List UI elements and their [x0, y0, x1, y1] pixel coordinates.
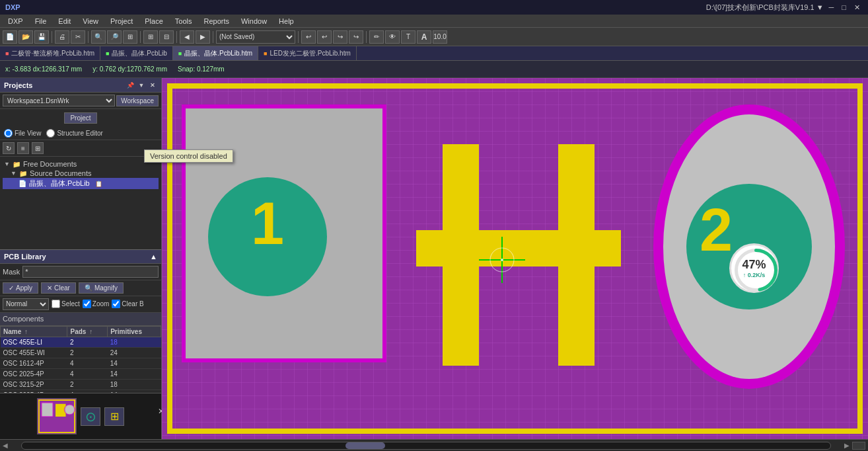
- toolbar-cut[interactable]: ✂: [71, 30, 85, 44]
- tree-pcblib-file[interactable]: 📄 晶振、晶体.PcbLib 📋: [3, 178, 159, 189]
- project-button[interactable]: Project: [64, 112, 96, 124]
- progress-percent: 47%: [742, 258, 766, 272]
- toolbar-grid[interactable]: ⊞: [143, 30, 158, 44]
- col-pads[interactable]: Pads ↑: [67, 326, 108, 337]
- clear-button[interactable]: ✕ Clear: [41, 282, 76, 294]
- titlebar: DXP D:\[07]技术创新\PCB封装库V19.1 ▼ ─ □ ✕: [0, 0, 868, 15]
- canvas-area[interactable]: 1 2: [162, 78, 868, 439]
- view-icon-2[interactable]: ⊞: [104, 407, 124, 426]
- toolbar-arrow-left[interactable]: ◀: [180, 30, 194, 44]
- menu-project[interactable]: Project: [105, 16, 138, 26]
- toolbar-pencil[interactable]: ✏: [369, 30, 384, 44]
- titlebar-path: D:\[07]技术创新\PCB封装库V19.1 ▼ ─ □ ✕: [706, 3, 863, 13]
- scroll-left-btn[interactable]: ◀: [3, 442, 8, 449]
- app-logo: DXP: [5, 3, 20, 11]
- toolbar-print[interactable]: 🖨: [55, 30, 69, 44]
- zoom-checkbox[interactable]: [83, 300, 91, 308]
- structure-editor-radio[interactable]: Structure Editor: [46, 129, 102, 138]
- toolbar-undo2[interactable]: ↩: [317, 30, 332, 44]
- toolbar-text[interactable]: T: [401, 30, 416, 44]
- tab-3[interactable]: ■ LED发光二极管.PcbLib.htm: [258, 46, 357, 60]
- tab-0[interactable]: ■ 二极管·整流桥堆.PcbLib.htm: [0, 46, 100, 60]
- pcblib-expand-btn[interactable]: ▲: [150, 253, 157, 261]
- toolbar-grid2[interactable]: ⊟: [159, 30, 174, 44]
- progress-speed: ↑ 0.2K/s: [743, 272, 766, 278]
- version-control-tooltip: Version control disabled: [144, 149, 162, 163]
- table-row[interactable]: OSC 455E-WI 2 24: [1, 347, 161, 358]
- toolbar-doc-select[interactable]: (Not Saved): [216, 30, 295, 44]
- menu-dxp[interactable]: DXP: [3, 16, 28, 26]
- components-table-wrap[interactable]: Name ↑ Pads ↑ Primitives OSC 455E-LI 2 1…: [0, 326, 161, 393]
- col-name[interactable]: Name ↑: [1, 326, 67, 337]
- toolbar-num[interactable]: 10.0: [433, 30, 447, 44]
- menu-file[interactable]: File: [30, 16, 52, 26]
- toolbar-eye[interactable]: 👁: [385, 30, 400, 44]
- scroll-right-btn[interactable]: ▶: [844, 442, 850, 449]
- main-area: Projects 📌 ▼ ✕ Workspace1.DsnWrk Workspa…: [0, 78, 868, 439]
- tree-free-docs[interactable]: ▼ 📁 Free Documents: [3, 159, 159, 169]
- menu-help[interactable]: Help: [273, 16, 299, 26]
- table-row[interactable]: OSC 2025-4P 4 14: [1, 368, 161, 379]
- clearb-checkbox[interactable]: [112, 300, 120, 308]
- workspace-button[interactable]: Workspace: [116, 95, 159, 106]
- menu-place[interactable]: Place: [139, 16, 168, 26]
- menu-edit[interactable]: Edit: [53, 16, 76, 26]
- apply-button[interactable]: ✓ Apply: [3, 282, 38, 294]
- table-row[interactable]: OSC 1612-4P 4 14: [1, 358, 161, 368]
- menu-view[interactable]: View: [77, 16, 104, 26]
- toolbar-zoom-out[interactable]: 🔎: [107, 30, 122, 44]
- toolbar-undo[interactable]: ↩: [301, 30, 316, 44]
- toolbar-sep4: [176, 31, 177, 43]
- tree-source-docs[interactable]: ▼ 📁 Source Documents: [3, 169, 159, 178]
- toolbar-redo2[interactable]: ↪: [349, 30, 363, 44]
- toolbar-redo[interactable]: ↪: [333, 30, 347, 44]
- table-row[interactable]: OSC 3215-2P 2 18: [1, 379, 161, 390]
- toolbar-font[interactable]: A: [417, 30, 431, 44]
- pcblib-buttons: ✓ Apply ✕ Clear 🔍 Magnify: [0, 280, 161, 296]
- close-btn[interactable]: ✕: [851, 3, 863, 12]
- tree-view-btn[interactable]: ≡: [17, 142, 29, 154]
- clearb-checkbox-label[interactable]: Clear B: [112, 300, 143, 308]
- panel-close-btn[interactable]: ✕: [157, 407, 162, 416]
- apply-icon: ✓: [9, 284, 14, 292]
- mask-label: Mask: [3, 268, 20, 276]
- component-3[interactable]: 2 47% ↑ 0.2K/s: [650, 98, 855, 409]
- menu-window[interactable]: Window: [236, 16, 272, 26]
- table-row[interactable]: OSC 455E-LI 2 18: [1, 337, 161, 347]
- toolbar-sep3: [140, 31, 141, 43]
- col-primitives[interactable]: Primitives: [108, 326, 161, 337]
- horizontal-scrollbar[interactable]: [21, 442, 831, 450]
- menu-tools[interactable]: Tools: [170, 16, 198, 26]
- minimap[interactable]: [37, 398, 77, 434]
- select-checkbox[interactable]: [52, 300, 60, 308]
- mask-input[interactable]: [22, 266, 159, 278]
- workspace-select[interactable]: Workspace1.DsnWrk: [3, 95, 115, 106]
- toolbar-new[interactable]: 📄: [3, 30, 17, 44]
- toolbar-open[interactable]: 📂: [18, 30, 33, 44]
- tree-refresh-btn[interactable]: ↻: [3, 142, 15, 154]
- scroll-thumb[interactable]: [345, 442, 385, 449]
- toolbar-save[interactable]: 💾: [34, 30, 49, 44]
- magnify-button[interactable]: 🔍 Magnify: [79, 282, 124, 294]
- component-2[interactable]: [416, 144, 621, 369]
- toolbar-arrow-right[interactable]: ▶: [196, 30, 210, 44]
- zoom-checkbox-label[interactable]: Zoom: [83, 300, 110, 308]
- toolbar-fit[interactable]: ⊞: [123, 30, 137, 44]
- mode-select[interactable]: Normal: [3, 298, 49, 310]
- tree-view2-btn[interactable]: ⊞: [32, 142, 44, 154]
- tab-1[interactable]: ■ 晶振、晶体.PcbLib: [100, 46, 173, 60]
- toolbar-zoom-in[interactable]: 🔍: [91, 30, 106, 44]
- file-view-radio[interactable]: File View: [4, 129, 41, 138]
- tab-2[interactable]: ■ 晶振、晶体.PcbLib.htm: [173, 46, 258, 60]
- titlebar-left: DXP: [5, 3, 20, 11]
- toolbar: 📄 📂 💾 🖨 ✂ 🔍 🔎 ⊞ ⊞ ⊟ ◀ ▶ (Not Saved) ↩ ↩ …: [0, 28, 868, 46]
- select-checkbox-label[interactable]: Select: [52, 300, 80, 308]
- minimize-btn[interactable]: ─: [826, 3, 837, 11]
- component-1[interactable]: 1: [182, 104, 386, 362]
- projects-close-btn[interactable]: ✕: [148, 81, 157, 90]
- menu-reports[interactable]: Reports: [198, 16, 235, 26]
- maximize-btn[interactable]: □: [839, 3, 849, 11]
- projects-menu-btn[interactable]: ▼: [137, 81, 146, 90]
- view-icon-1[interactable]: ⊙: [81, 407, 100, 426]
- projects-pin-btn[interactable]: 📌: [126, 81, 135, 90]
